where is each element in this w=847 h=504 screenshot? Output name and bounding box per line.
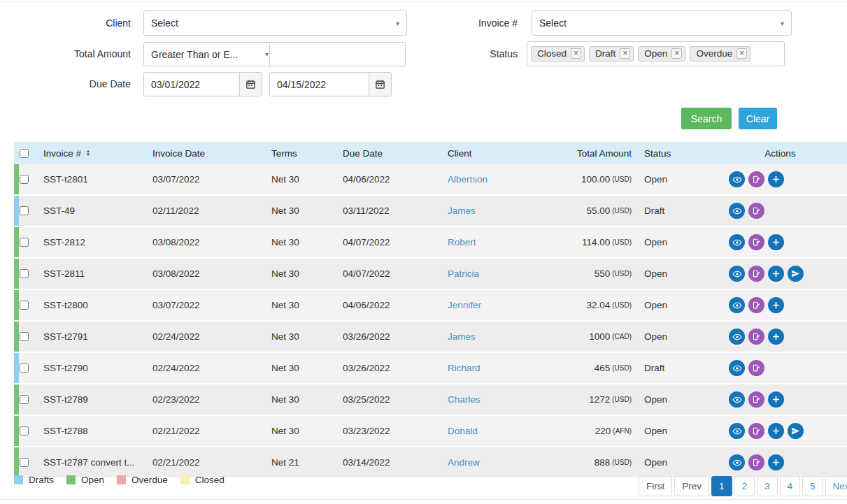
view-action-button[interactable]	[729, 329, 745, 345]
add-action-button[interactable]	[768, 171, 784, 187]
due-date: 03/23/2022	[343, 416, 448, 446]
amount-operator-select[interactable]: Greater Than or E... ▾	[143, 42, 276, 66]
edit-action-button[interactable]	[748, 454, 764, 470]
view-action-button[interactable]	[729, 203, 745, 219]
page-button-3[interactable]: 3	[757, 476, 778, 496]
add-action-button[interactable]	[768, 423, 784, 439]
amount-value: 1272	[589, 394, 610, 405]
terms: Net 30	[271, 416, 343, 446]
client-link[interactable]: Andrew	[448, 457, 480, 468]
edit-action-button[interactable]	[748, 234, 764, 250]
page-button-5[interactable]: 5	[802, 476, 823, 496]
add-action-button[interactable]	[768, 329, 784, 345]
sort-icon[interactable]: ▲▼	[86, 150, 90, 157]
invoice-number: SST-t2789	[43, 384, 152, 415]
send-action-button[interactable]	[788, 266, 804, 282]
header-invoice[interactable]: Invoice #	[43, 148, 81, 159]
invoice-search-page: Client Select ▾ Total Amount Greater Tha…	[0, 0, 847, 504]
edit-action-button[interactable]	[748, 266, 764, 282]
client-link[interactable]: Richard	[448, 363, 481, 373]
edit-icon	[752, 395, 761, 404]
due-date-from-input[interactable]	[144, 73, 239, 96]
invoice-number: SST-49	[43, 196, 152, 226]
row-checkbox[interactable]	[20, 175, 29, 184]
edit-action-button[interactable]	[748, 360, 764, 376]
row-status-stripe	[14, 164, 19, 194]
edit-icon	[752, 238, 761, 247]
search-button[interactable]: Search	[681, 108, 732, 129]
client-link[interactable]: James	[448, 206, 476, 216]
add-action-button[interactable]	[768, 391, 784, 408]
prev-page-button[interactable]: Prev	[674, 476, 709, 496]
view-action-button[interactable]	[729, 171, 745, 187]
amount-currency: (USD)	[612, 175, 632, 183]
add-action-button[interactable]	[768, 266, 784, 282]
client-select[interactable]: Select ▾	[143, 10, 407, 36]
view-action-button[interactable]	[729, 454, 745, 470]
view-action-button[interactable]	[729, 297, 745, 313]
page-button-1[interactable]: 1	[711, 476, 732, 496]
add-action-button[interactable]	[768, 234, 784, 250]
edit-icon	[752, 363, 761, 373]
eye-icon	[732, 238, 742, 247]
row-checkbox[interactable]	[20, 332, 29, 341]
due-date-to-input[interactable]	[270, 73, 369, 96]
remove-tag-icon[interactable]: ×	[736, 48, 747, 59]
page-button-2[interactable]: 2	[734, 476, 755, 496]
edit-icon	[752, 458, 761, 467]
view-action-button[interactable]	[729, 391, 745, 408]
edit-action-button[interactable]	[748, 297, 764, 313]
next-page-button[interactable]: Next	[825, 476, 847, 496]
invoice-date: 02/11/2022	[152, 196, 271, 226]
client-link[interactable]: Robert	[448, 237, 476, 247]
row-checkbox[interactable]	[20, 395, 29, 404]
edit-icon	[752, 175, 761, 184]
clear-button[interactable]: Clear	[739, 108, 777, 129]
row-checkbox[interactable]	[20, 301, 29, 310]
client-link[interactable]: Donald	[448, 426, 478, 436]
client-link[interactable]: James	[448, 331, 476, 342]
row-checkbox[interactable]	[20, 426, 29, 435]
first-page-button[interactable]: First	[639, 476, 672, 496]
invoice-select[interactable]: Select ▾	[532, 10, 792, 36]
send-action-button[interactable]	[788, 423, 804, 439]
status-tag-draft: Draft×	[589, 46, 634, 62]
page-button-4[interactable]: 4	[780, 476, 801, 496]
status-tags[interactable]: Closed×Draft×Open×Overdue×	[527, 41, 785, 66]
edit-action-button[interactable]	[748, 329, 764, 345]
client-link[interactable]: Albertson	[448, 174, 487, 185]
row-checkbox[interactable]	[20, 269, 29, 278]
invoice-filter-label: Invoice #	[434, 17, 518, 29]
add-action-button[interactable]	[768, 297, 784, 313]
remove-tag-icon[interactable]: ×	[671, 48, 682, 59]
edit-action-button[interactable]	[748, 171, 764, 187]
row-status-stripe	[14, 227, 19, 257]
remove-tag-icon[interactable]: ×	[620, 48, 630, 59]
send-icon	[791, 426, 800, 435]
view-action-button[interactable]	[729, 234, 745, 250]
view-action-button[interactable]	[729, 266, 745, 282]
actions-cell	[713, 259, 847, 289]
select-all-checkbox[interactable]	[20, 149, 29, 158]
edit-icon	[752, 426, 761, 435]
client-link[interactable]: Charles	[448, 394, 481, 405]
remove-tag-icon[interactable]: ×	[571, 48, 581, 59]
row-checkbox[interactable]	[20, 458, 29, 467]
row-checkbox[interactable]	[20, 363, 29, 373]
calendar-button[interactable]	[369, 73, 391, 96]
edit-action-button[interactable]	[748, 203, 764, 219]
client-link[interactable]: Jennifer	[448, 300, 481, 310]
row-checkbox[interactable]	[20, 206, 29, 215]
edit-action-button[interactable]	[748, 423, 764, 439]
add-action-button[interactable]	[768, 454, 784, 470]
view-action-button[interactable]	[729, 360, 745, 376]
view-action-button[interactable]	[729, 423, 745, 439]
calendar-button[interactable]	[239, 73, 262, 96]
row-status-stripe	[14, 416, 19, 446]
row-checkbox[interactable]	[20, 238, 29, 247]
client-link[interactable]: Patricia	[448, 268, 479, 279]
due-date: 04/07/2022	[343, 259, 448, 289]
edit-action-button[interactable]	[748, 391, 764, 408]
total-amount-input[interactable]	[269, 42, 406, 66]
header-terms: Terms	[271, 142, 343, 164]
